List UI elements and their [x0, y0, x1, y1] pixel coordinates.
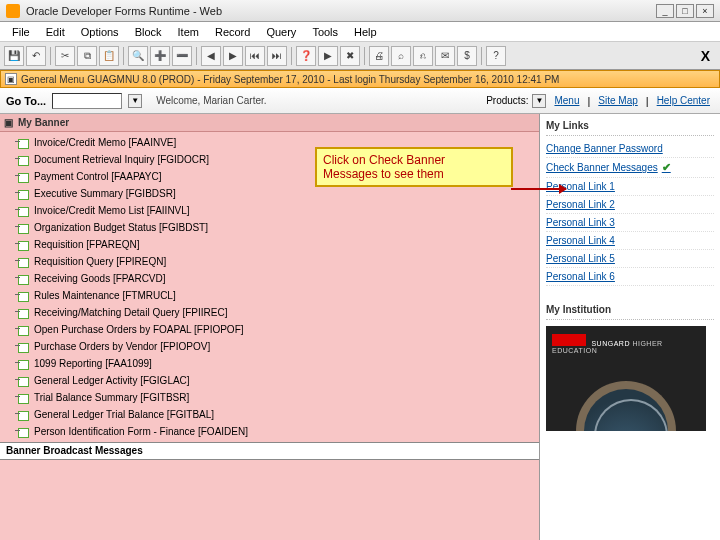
tree-item-label: Trial Balance Summary [FGITBSR]: [34, 392, 189, 403]
help-icon[interactable]: ?: [486, 46, 506, 66]
side-separator: [546, 286, 714, 300]
tree-item-label: Executive Summary [FGIBDSR]: [34, 188, 176, 199]
tree-item[interactable]: Trial Balance Summary [FGITBSR]: [18, 389, 539, 406]
xquery-icon[interactable]: ⌕: [391, 46, 411, 66]
titlebar-buttons: _ □ ×: [656, 4, 714, 18]
tree-root[interactable]: ▣ My Banner: [0, 114, 539, 132]
tree-item-label: Person Identification Form - Finance [FO…: [34, 426, 248, 437]
menu-link[interactable]: Menu: [550, 95, 583, 106]
inner-window-header: ▣ General Menu GUAGMNU 8.0 (PROD) - Frid…: [0, 70, 720, 88]
instruction-callout: Click on Check Banner Messages to see th…: [315, 147, 513, 187]
cut-icon[interactable]: ✂: [55, 46, 75, 66]
products-dropdown-icon[interactable]: ▼: [532, 94, 546, 108]
tree-item[interactable]: Executive Summary [FGIBDSR]: [18, 185, 539, 202]
personal-link-1[interactable]: Personal Link 1: [546, 178, 714, 196]
personal-link-5[interactable]: Personal Link 5: [546, 250, 714, 268]
link-label: Personal Link 2: [546, 199, 615, 210]
sitemap-link[interactable]: Site Map: [594, 95, 641, 106]
maximize-button[interactable]: □: [676, 4, 694, 18]
tree-item[interactable]: Rules Maintenance [FTMRUCL]: [18, 287, 539, 304]
menu-block[interactable]: Block: [129, 24, 168, 40]
tree-item[interactable]: Requisition [FPAREQN]: [18, 236, 539, 253]
form-icon: [18, 359, 30, 369]
sungard-box-icon: [552, 334, 586, 346]
tree-item[interactable]: Purchase Orders by Vendor [FPIOPOV]: [18, 338, 539, 355]
tree-item[interactable]: General Ledger Trial Balance [FGITBAL]: [18, 406, 539, 423]
menu-file[interactable]: File: [6, 24, 36, 40]
tree-item[interactable]: 1099 Reporting [FAA1099]: [18, 355, 539, 372]
os-titlebar: Oracle Developer Forms Runtime - Web _ □…: [0, 0, 720, 22]
callout-line2: Messages to see them: [323, 167, 505, 181]
menu-help[interactable]: Help: [348, 24, 383, 40]
menu-query[interactable]: Query: [260, 24, 302, 40]
form-icon: [18, 427, 30, 437]
tree-item[interactable]: Receiving/Matching Detail Query [FPIIREC…: [18, 304, 539, 321]
menu-item[interactable]: Item: [172, 24, 205, 40]
check-icon: ✔: [662, 161, 671, 174]
tree-item-label: Rules Maintenance [FTMRUCL]: [34, 290, 176, 301]
paste-icon[interactable]: 📋: [99, 46, 119, 66]
menu-tools[interactable]: Tools: [306, 24, 344, 40]
sungard-label: SUNGARD: [591, 340, 630, 347]
tree-item-label: Receiving/Matching Detail Query [FPIIREC…: [34, 307, 227, 318]
rollback-icon[interactable]: ↶: [26, 46, 46, 66]
minimize-button[interactable]: _: [656, 4, 674, 18]
close-button[interactable]: ×: [696, 4, 714, 18]
navbar: Go To... ▼ Welcome, Marian Carter. Produ…: [0, 88, 720, 114]
print-icon[interactable]: 🖨: [369, 46, 389, 66]
menu-record[interactable]: Record: [209, 24, 256, 40]
tree-item-label: Open Purchase Orders by FOAPAL [FPIOPOF]: [34, 324, 244, 335]
link-label: Personal Link 3: [546, 217, 615, 228]
remove-icon[interactable]: ➖: [172, 46, 192, 66]
menu-options[interactable]: Options: [75, 24, 125, 40]
tree-item-label: Document Retrieval Inquiry [FGIDOCR]: [34, 154, 209, 165]
tree-item[interactable]: Requisition Query [FPIREQN]: [18, 253, 539, 270]
prev-block-icon[interactable]: ⏮: [245, 46, 265, 66]
folder-open-icon: ▣: [4, 118, 14, 128]
tree-item[interactable]: Open Purchase Orders by FOAPAL [FPIOPOF]: [18, 321, 539, 338]
broadcast-icon[interactable]: ✉: [435, 46, 455, 66]
save-icon[interactable]: 💾: [4, 46, 24, 66]
tree-item[interactable]: Person Identification Form - Finance [FO…: [18, 423, 539, 440]
form-icon: [18, 206, 30, 216]
toolbar-separator: [196, 47, 197, 65]
check-messages-link[interactable]: Check Banner Messages✔: [546, 158, 714, 178]
personal-link-3[interactable]: Personal Link 3: [546, 214, 714, 232]
finaid-icon[interactable]: $: [457, 46, 477, 66]
goto-input[interactable]: [52, 93, 122, 109]
copy-icon[interactable]: ⧉: [77, 46, 97, 66]
search-icon[interactable]: 🔍: [128, 46, 148, 66]
personal-link-4[interactable]: Personal Link 4: [546, 232, 714, 250]
tree-item-label: Invoice/Credit Memo List [FAIINVL]: [34, 205, 190, 216]
exit-button[interactable]: X: [695, 48, 716, 64]
tree-item[interactable]: General Ledger Activity [FGIGLAC]: [18, 372, 539, 389]
link-label: Change Banner Password: [546, 143, 663, 154]
tree-item[interactable]: Invoice/Credit Memo List [FAIINVL]: [18, 202, 539, 219]
workflow-icon[interactable]: ⎌: [413, 46, 433, 66]
tree-item-label: Requisition Query [FPIREQN]: [34, 256, 166, 267]
enter-query-icon[interactable]: ❓: [296, 46, 316, 66]
next-block-icon[interactable]: ⏭: [267, 46, 287, 66]
prev-record-icon[interactable]: ◀: [201, 46, 221, 66]
change-password-link[interactable]: Change Banner Password: [546, 140, 714, 158]
nav-divider: |: [587, 95, 590, 107]
goto-dropdown-icon[interactable]: ▼: [128, 94, 142, 108]
cancel-query-icon[interactable]: ✖: [340, 46, 360, 66]
broadcast-header[interactable]: Banner Broadcast Messages: [0, 442, 539, 460]
help-center-link[interactable]: Help Center: [653, 95, 714, 106]
personal-link-2[interactable]: Personal Link 2: [546, 196, 714, 214]
execute-query-icon[interactable]: ▶: [318, 46, 338, 66]
arch-icon: [576, 381, 676, 431]
menubar: File Edit Options Block Item Record Quer…: [0, 22, 720, 42]
callout-line1: Click on Check Banner: [323, 153, 505, 167]
link-label: Personal Link 6: [546, 271, 615, 282]
form-icon: [18, 291, 30, 301]
next-record-icon[interactable]: ▶: [223, 46, 243, 66]
menu-edit[interactable]: Edit: [40, 24, 71, 40]
tree-item[interactable]: Receiving Goods [FPARCVD]: [18, 270, 539, 287]
insert-icon[interactable]: ➕: [150, 46, 170, 66]
form-icon: [18, 325, 30, 335]
form-icon: [18, 189, 30, 199]
tree-item[interactable]: Organization Budget Status [FGIBDST]: [18, 219, 539, 236]
personal-link-6[interactable]: Personal Link 6: [546, 268, 714, 286]
